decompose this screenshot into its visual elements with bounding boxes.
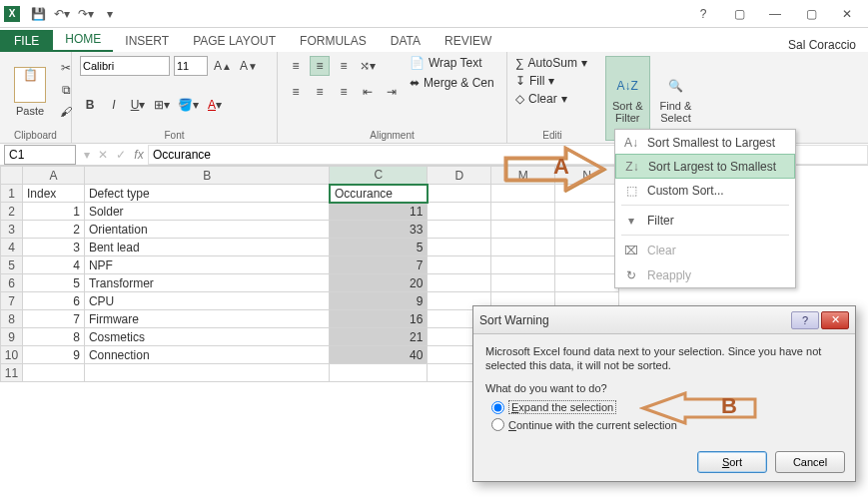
cell[interactable] (555, 256, 619, 274)
row-header[interactable]: 3 (1, 221, 23, 239)
fill-button[interactable]: ↧ Fill ▾ (515, 74, 589, 88)
cell[interactable] (555, 221, 619, 239)
cell[interactable]: 2 (22, 221, 84, 239)
align-right-icon[interactable]: ≡ (334, 82, 354, 102)
align-top-icon[interactable]: ≡ (286, 56, 306, 76)
row-header[interactable]: 2 (1, 203, 23, 221)
cell[interactable] (491, 203, 555, 221)
bold-button[interactable]: B (80, 95, 100, 115)
cell[interactable] (491, 256, 555, 274)
tab-home[interactable]: HOME (53, 28, 113, 52)
cell[interactable] (491, 239, 555, 256)
row-header[interactable]: 5 (1, 256, 23, 274)
cell[interactable]: 1 (22, 203, 84, 221)
redo-icon[interactable]: ↷▾ (74, 2, 98, 26)
wrap-text-button[interactable]: 📄 Wrap Text (410, 56, 494, 70)
cell[interactable] (330, 364, 428, 382)
fx-icon[interactable]: fx (130, 148, 148, 162)
cell[interactable] (428, 221, 491, 239)
increase-font-icon[interactable]: A▲ (212, 56, 234, 76)
radio-input[interactable] (491, 418, 504, 431)
clear-button[interactable]: ◇ Clear ▾ (515, 92, 589, 106)
cell[interactable]: 20 (330, 274, 428, 292)
maximize-icon[interactable]: ▢ (798, 3, 824, 25)
row-header[interactable]: 7 (1, 292, 23, 310)
cell[interactable]: 40 (330, 346, 428, 364)
cell[interactable]: 33 (330, 221, 428, 239)
increase-indent-icon[interactable]: ⇥ (382, 82, 402, 102)
cell[interactable]: Index (22, 185, 84, 203)
cell[interactable]: Firmware (84, 310, 330, 328)
cell[interactable] (22, 364, 84, 382)
cell[interactable] (491, 221, 555, 239)
tab-file[interactable]: FILE (0, 30, 53, 52)
font-size-select[interactable] (174, 56, 208, 76)
save-icon[interactable]: 💾 (26, 2, 50, 26)
cell-active[interactable]: Occurance (330, 185, 428, 203)
menu-custom-sort[interactable]: ⬚Custom Sort... (615, 178, 795, 203)
cell[interactable] (84, 364, 330, 382)
cell[interactable] (555, 274, 619, 292)
cell[interactable]: Bent lead (84, 239, 330, 256)
cancel-button[interactable]: Cancel (775, 451, 845, 473)
cell[interactable]: 3 (22, 239, 84, 256)
menu-filter[interactable]: ▾Filter (615, 208, 795, 233)
paste-button[interactable]: 📋 Paste (8, 56, 52, 128)
cell[interactable] (428, 185, 491, 203)
ribbon-options-icon[interactable]: ▢ (726, 3, 752, 25)
row-header[interactable]: 8 (1, 310, 23, 328)
cell[interactable] (491, 274, 555, 292)
autosum-button[interactable]: ∑ AutoSum ▾ (515, 56, 589, 70)
sort-button[interactable]: Sort (697, 451, 767, 473)
cell[interactable] (428, 256, 491, 274)
tab-formulas[interactable]: FORMULAS (288, 30, 379, 52)
cell[interactable]: 9 (22, 346, 84, 364)
col-header-D[interactable]: D (428, 167, 491, 185)
cell[interactable]: Transformer (84, 274, 330, 292)
cell[interactable]: Connection (84, 346, 330, 364)
enter-formula-icon[interactable]: ✓ (112, 148, 130, 162)
underline-button[interactable]: U▾ (128, 95, 148, 115)
cell[interactable]: 7 (22, 310, 84, 328)
cell[interactable] (555, 203, 619, 221)
fill-color-button[interactable]: 🪣▾ (176, 95, 201, 115)
tab-review[interactable]: REVIEW (433, 30, 503, 52)
align-middle-icon[interactable]: ≡ (310, 56, 330, 76)
cell[interactable]: 9 (330, 292, 428, 310)
cell[interactable]: Cosmetics (84, 328, 330, 346)
menu-sort-smallest[interactable]: A↓Sort Smallest to Largest (615, 130, 795, 155)
name-box[interactable] (4, 145, 76, 165)
minimize-icon[interactable]: — (762, 3, 788, 25)
cell[interactable]: 21 (330, 328, 428, 346)
row-header[interactable]: 9 (1, 328, 23, 346)
cell[interactable]: 8 (22, 328, 84, 346)
cell[interactable]: 4 (22, 256, 84, 274)
row-header[interactable]: 1 (1, 185, 23, 203)
row-header[interactable]: 11 (1, 364, 23, 382)
italic-button[interactable]: I (104, 95, 124, 115)
cell[interactable] (428, 203, 491, 221)
col-header-C[interactable]: C (330, 167, 428, 185)
dialog-help-icon[interactable]: ? (791, 311, 819, 329)
col-header-B[interactable]: B (84, 167, 330, 185)
cell[interactable]: 5 (330, 239, 428, 256)
cell[interactable]: 6 (22, 292, 84, 310)
radio-input[interactable] (491, 401, 504, 414)
align-bottom-icon[interactable]: ≡ (334, 56, 354, 76)
tab-data[interactable]: DATA (379, 30, 433, 52)
row-header[interactable]: 6 (1, 274, 23, 292)
font-color-button[interactable]: A▾ (205, 95, 225, 115)
cell[interactable]: 7 (330, 256, 428, 274)
menu-sort-largest[interactable]: Z↓Sort Largest to Smallest (615, 154, 795, 179)
align-center-icon[interactable]: ≡ (310, 82, 330, 102)
decrease-font-icon[interactable]: A▼ (238, 56, 260, 76)
select-all-corner[interactable] (1, 167, 23, 185)
row-header[interactable]: 10 (1, 346, 23, 364)
col-header-A[interactable]: A (22, 167, 84, 185)
tab-insert[interactable]: INSERT (113, 30, 181, 52)
orientation-icon[interactable]: ⤭▾ (358, 56, 378, 76)
cell[interactable]: Defect type (84, 185, 330, 203)
cell[interactable]: NPF (84, 256, 330, 274)
cell[interactable] (428, 274, 491, 292)
font-name-select[interactable] (80, 56, 170, 76)
